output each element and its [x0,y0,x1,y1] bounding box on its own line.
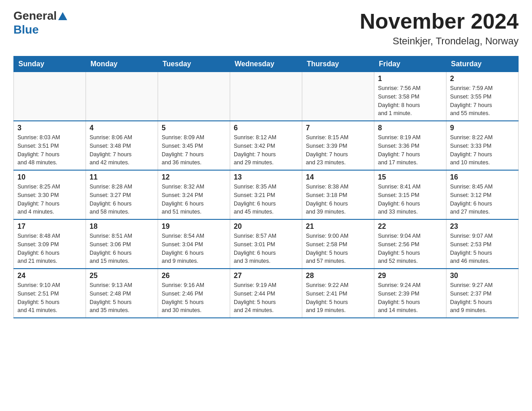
calendar-cell [230,72,302,121]
day-number: 21 [306,223,370,231]
calendar-table: SundayMondayTuesdayWednesdayThursdayFrid… [13,56,519,318]
day-info: Sunrise: 9:22 AM Sunset: 2:41 PM Dayligh… [306,281,370,315]
day-number: 29 [378,272,442,280]
calendar-cell: 1Sunrise: 7:56 AM Sunset: 3:58 PM Daylig… [374,72,446,121]
day-of-week-header: Thursday [302,56,374,72]
calendar-cell: 6Sunrise: 8:12 AM Sunset: 3:42 PM Daylig… [230,121,302,170]
day-info: Sunrise: 7:59 AM Sunset: 3:55 PM Dayligh… [450,84,515,118]
day-info: Sunrise: 8:28 AM Sunset: 3:27 PM Dayligh… [90,183,154,216]
day-info: Sunrise: 9:27 AM Sunset: 2:37 PM Dayligh… [450,281,515,315]
calendar-cell: 16Sunrise: 8:45 AM Sunset: 3:12 PM Dayli… [446,170,519,219]
day-number: 26 [162,272,226,280]
calendar-cell [86,72,158,121]
day-info: Sunrise: 9:13 AM Sunset: 2:48 PM Dayligh… [90,281,154,315]
day-info: Sunrise: 9:10 AM Sunset: 2:51 PM Dayligh… [17,281,82,315]
day-info: Sunrise: 8:09 AM Sunset: 3:45 PM Dayligh… [162,133,226,167]
day-info: Sunrise: 8:06 AM Sunset: 3:48 PM Dayligh… [90,133,154,167]
day-number: 24 [17,272,82,280]
day-info: Sunrise: 9:07 AM Sunset: 2:53 PM Dayligh… [450,232,515,265]
calendar-cell: 3Sunrise: 8:03 AM Sunset: 3:51 PM Daylig… [14,121,86,170]
title-area: November 2024 Steinkjer, Trondelag, Norw… [360,9,519,47]
day-info: Sunrise: 8:25 AM Sunset: 3:30 PM Dayligh… [17,183,82,216]
day-number: 17 [17,223,82,231]
calendar-cell: 21Sunrise: 9:00 AM Sunset: 2:58 PM Dayli… [302,219,374,269]
day-number: 4 [90,124,154,132]
day-info: Sunrise: 8:51 AM Sunset: 3:06 PM Dayligh… [90,232,154,265]
calendar-cell [158,72,230,121]
calendar-week-row: 3Sunrise: 8:03 AM Sunset: 3:51 PM Daylig… [14,121,519,170]
calendar-cell: 26Sunrise: 9:16 AM Sunset: 2:46 PM Dayli… [158,269,230,318]
day-info: Sunrise: 8:22 AM Sunset: 3:33 PM Dayligh… [450,133,515,167]
page-header: General Blue November 2024 Steinkjer, Tr… [13,9,519,47]
logo: General Blue [13,9,67,37]
calendar-cell: 4Sunrise: 8:06 AM Sunset: 3:48 PM Daylig… [86,121,158,170]
day-number: 18 [90,223,154,231]
day-number: 5 [162,124,226,132]
calendar-cell: 17Sunrise: 8:48 AM Sunset: 3:09 PM Dayli… [14,219,86,269]
day-number: 27 [234,272,298,280]
day-info: Sunrise: 8:35 AM Sunset: 3:21 PM Dayligh… [234,183,298,216]
day-info: Sunrise: 8:45 AM Sunset: 3:12 PM Dayligh… [450,183,515,216]
day-number: 7 [306,124,370,132]
day-info: Sunrise: 7:56 AM Sunset: 3:58 PM Dayligh… [378,84,442,118]
day-info: Sunrise: 8:54 AM Sunset: 3:04 PM Dayligh… [162,232,226,265]
calendar-week-row: 10Sunrise: 8:25 AM Sunset: 3:30 PM Dayli… [14,170,519,219]
calendar-cell: 13Sunrise: 8:35 AM Sunset: 3:21 PM Dayli… [230,170,302,219]
calendar-cell: 30Sunrise: 9:27 AM Sunset: 2:37 PM Dayli… [446,269,519,318]
calendar-cell: 18Sunrise: 8:51 AM Sunset: 3:06 PM Dayli… [86,219,158,269]
calendar-cell: 19Sunrise: 8:54 AM Sunset: 3:04 PM Dayli… [158,219,230,269]
day-info: Sunrise: 9:16 AM Sunset: 2:46 PM Dayligh… [162,281,226,315]
calendar-cell: 24Sunrise: 9:10 AM Sunset: 2:51 PM Dayli… [14,269,86,318]
day-number: 2 [450,75,515,83]
day-info: Sunrise: 8:41 AM Sunset: 3:15 PM Dayligh… [378,183,442,216]
day-number: 19 [162,223,226,231]
day-number: 25 [90,272,154,280]
day-number: 12 [162,173,226,181]
day-number: 6 [234,124,298,132]
day-number: 14 [306,173,370,181]
day-number: 3 [17,124,82,132]
calendar-cell: 28Sunrise: 9:22 AM Sunset: 2:41 PM Dayli… [302,269,374,318]
month-title: November 2024 [360,9,519,34]
calendar-cell: 5Sunrise: 8:09 AM Sunset: 3:45 PM Daylig… [158,121,230,170]
calendar-cell: 27Sunrise: 9:19 AM Sunset: 2:44 PM Dayli… [230,269,302,318]
day-number: 10 [17,173,82,181]
day-number: 22 [378,223,442,231]
day-info: Sunrise: 8:03 AM Sunset: 3:51 PM Dayligh… [17,133,82,167]
day-of-week-header: Wednesday [230,56,302,72]
calendar-cell: 10Sunrise: 8:25 AM Sunset: 3:30 PM Dayli… [14,170,86,219]
calendar-cell: 11Sunrise: 8:28 AM Sunset: 3:27 PM Dayli… [86,170,158,219]
day-info: Sunrise: 8:48 AM Sunset: 3:09 PM Dayligh… [17,232,82,265]
calendar-cell [302,72,374,121]
day-of-week-header: Saturday [446,56,519,72]
day-number: 30 [450,272,515,280]
day-of-week-header: Friday [374,56,446,72]
calendar-cell: 25Sunrise: 9:13 AM Sunset: 2:48 PM Dayli… [86,269,158,318]
day-number: 28 [306,272,370,280]
day-info: Sunrise: 9:19 AM Sunset: 2:44 PM Dayligh… [234,281,298,315]
day-number: 1 [378,75,442,83]
calendar-cell: 14Sunrise: 8:38 AM Sunset: 3:18 PM Dayli… [302,170,374,219]
day-of-week-header: Monday [86,56,158,72]
calendar-week-row: 17Sunrise: 8:48 AM Sunset: 3:09 PM Dayli… [14,219,519,269]
calendar-week-row: 1Sunrise: 7:56 AM Sunset: 3:58 PM Daylig… [14,72,519,121]
day-number: 15 [378,173,442,181]
day-info: Sunrise: 8:57 AM Sunset: 3:01 PM Dayligh… [234,232,298,265]
calendar-cell: 8Sunrise: 8:19 AM Sunset: 3:36 PM Daylig… [374,121,446,170]
calendar-cell: 7Sunrise: 8:15 AM Sunset: 3:39 PM Daylig… [302,121,374,170]
day-number: 16 [450,173,515,181]
calendar-header-row: SundayMondayTuesdayWednesdayThursdayFrid… [14,56,519,72]
day-number: 20 [234,223,298,231]
day-of-week-header: Tuesday [158,56,230,72]
day-number: 9 [450,124,515,132]
day-of-week-header: Sunday [14,56,86,72]
location-text: Steinkjer, Trondelag, Norway [360,35,519,47]
day-info: Sunrise: 8:32 AM Sunset: 3:24 PM Dayligh… [162,183,226,216]
calendar-cell: 20Sunrise: 8:57 AM Sunset: 3:01 PM Dayli… [230,219,302,269]
day-number: 23 [450,223,515,231]
logo-general-text: General [13,9,57,23]
day-info: Sunrise: 8:19 AM Sunset: 3:36 PM Dayligh… [378,133,442,167]
day-number: 8 [378,124,442,132]
day-info: Sunrise: 9:04 AM Sunset: 2:56 PM Dayligh… [378,232,442,265]
calendar-cell: 15Sunrise: 8:41 AM Sunset: 3:15 PM Dayli… [374,170,446,219]
